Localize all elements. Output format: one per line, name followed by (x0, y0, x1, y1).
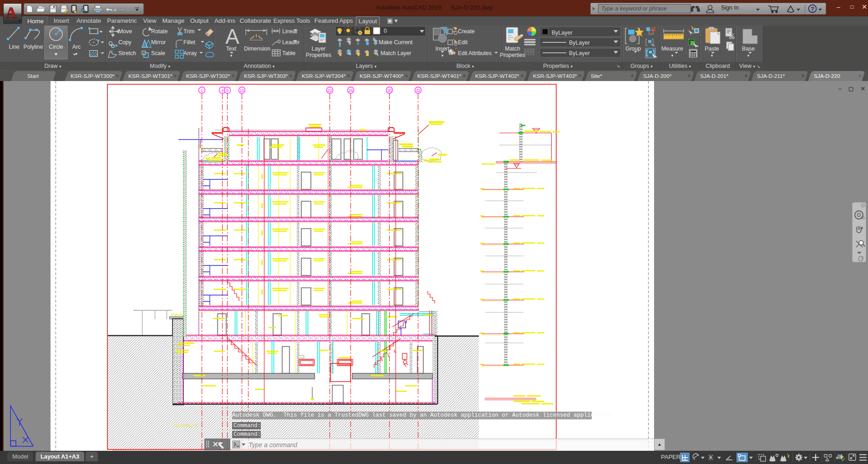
svg-text:ByLayer: ByLayer (569, 50, 590, 56)
svg-text:A: A (225, 25, 239, 48)
svg-text:0: 0 (384, 28, 387, 34)
svg-text:ByLayer: ByLayer (552, 30, 573, 36)
svg-text:?: ? (811, 5, 814, 12)
svg-text:26: 26 (348, 88, 353, 93)
svg-text:SECTION C-C: SECTION C-C (174, 423, 198, 428)
svg-text:32: 32 (416, 88, 420, 93)
svg-text:ByLayer: ByLayer (569, 40, 590, 46)
svg-text:10: 10 (239, 88, 244, 93)
svg-text:2D: 2D (861, 216, 865, 219)
svg-text:4: 4 (221, 88, 223, 93)
svg-text:1: 1 (201, 88, 203, 93)
svg-text:30: 30 (387, 88, 391, 93)
svg-text:22: 22 (327, 88, 332, 93)
svg-text:8: 8 (226, 88, 228, 93)
